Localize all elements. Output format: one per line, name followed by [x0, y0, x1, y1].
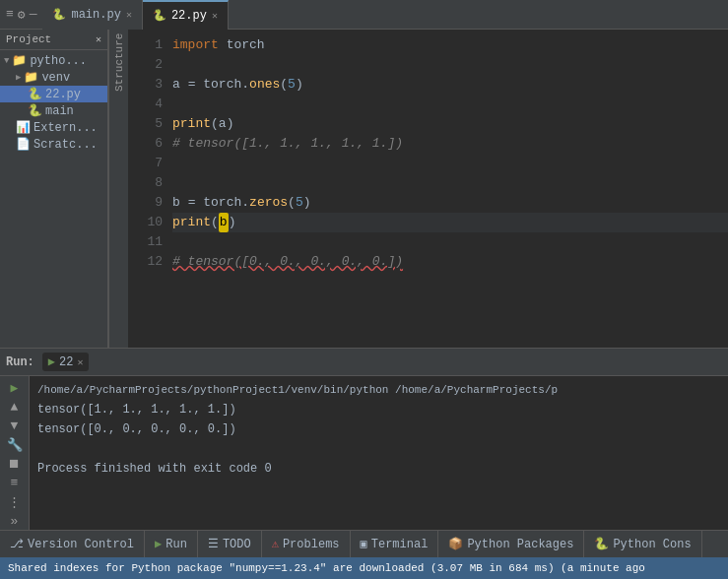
tab-22-close[interactable]: ✕	[212, 10, 218, 22]
tree-item-external[interactable]: 📊 Extern...	[0, 119, 107, 136]
arrow-icon-venv: ▶	[16, 72, 21, 83]
problems-icon: ⚠	[272, 537, 279, 551]
run-up-icon[interactable]: ▲	[5, 400, 25, 415]
paren-open-5: (	[211, 114, 219, 134]
tree-item-venv[interactable]: ▶ 📁 venv	[0, 69, 107, 86]
paren-close: )	[296, 75, 303, 95]
run-tab-close[interactable]: ✕	[77, 356, 83, 368]
project-close-icon[interactable]: ✕	[96, 33, 101, 45]
tree-item-pythor[interactable]: ▼ 📁 pytho...	[0, 52, 107, 69]
version-control-icon: ⎇	[10, 537, 24, 551]
bottom-toolbar: ⎇ Version Control ▶ Run ☰ TODO ⚠ Problem…	[0, 530, 728, 557]
run-list-icon[interactable]: ⋮	[5, 494, 25, 510]
run-icon-green: ▶	[48, 354, 55, 369]
op-eq: =	[188, 75, 196, 95]
tree-label: pytho...	[30, 54, 87, 68]
terminal-icon: ▣	[361, 537, 367, 551]
num-5-9: 5	[296, 193, 303, 213]
keyword-import: import	[172, 35, 219, 55]
line-numbers: 1 2 3 4 5 6 7 8 9 10 11 12	[128, 33, 172, 344]
run-icon-bottom: ▶	[155, 537, 162, 551]
code-lines: import torch a = torch.ones(5) print(a) …	[172, 33, 728, 344]
run-content: ▶ ▲ ▼ 🔧 ⏹ ≡ ⋮ » /home/a/PycharmProjects/…	[0, 376, 728, 530]
tab-main-py[interactable]: 🐍 main.py ✕	[42, 0, 142, 30]
tab-bar-icons: ≡ ⚙ —	[0, 7, 42, 23]
paren-close-10: )	[229, 213, 236, 232]
paren-open-10: (	[211, 213, 219, 232]
run-play-icon[interactable]: ▶	[5, 380, 25, 396]
bottom-tab-packages-label: Python Packages	[467, 538, 573, 551]
tab-main-label: main.py	[71, 8, 120, 22]
code-line-9: b = torch.zeros(5)	[172, 193, 728, 213]
project-header: Project ✕	[0, 30, 107, 50]
bottom-tab-vc-label: Version Control	[28, 538, 134, 551]
run-chevron-icon[interactable]: »	[5, 514, 25, 529]
num-5: 5	[288, 75, 296, 95]
structure-panel-label[interactable]: Structure	[108, 30, 128, 348]
tree-label-22py: 22.py	[45, 88, 81, 101]
project-panel: Project ✕ ▼ 📁 pytho... ▶ 📁 venv 🐍 22.py …	[0, 30, 108, 348]
status-bar: Shared indexes for Python package "numpy…	[0, 557, 728, 579]
code-line-6: # tensor([1., 1., 1., 1., 1.])	[172, 134, 728, 154]
tree-label-scratch: Scratc...	[33, 138, 98, 152]
tree-label-venv: venv	[41, 71, 70, 85]
module-torch: torch	[227, 35, 265, 55]
code-line-10: print(b)	[172, 213, 728, 232]
fn-ones: ones	[249, 75, 280, 95]
bottom-tab-run[interactable]: ▶ Run	[145, 531, 198, 558]
run-wrench-icon[interactable]: 🔧	[5, 437, 25, 453]
op-eq-9: =	[188, 193, 196, 213]
bottom-tab-problems[interactable]: ⚠ Problems	[262, 531, 351, 558]
paren-close-5: )	[227, 114, 234, 134]
code-line-2	[172, 55, 728, 75]
tab-main-close[interactable]: ✕	[126, 9, 132, 21]
menu-icon[interactable]: ≡	[6, 7, 14, 22]
bottom-tab-python-cons-label: Python Cons	[613, 538, 691, 551]
run-stop-icon[interactable]: ⏹	[5, 457, 25, 472]
run-output-line-3: Process finished with exit code 0	[37, 459, 720, 479]
run-sidebar: ▶ ▲ ▼ 🔧 ⏹ ≡ ⋮ »	[0, 376, 30, 530]
run-tab-22[interactable]: ▶ 22 ✕	[42, 353, 90, 371]
bottom-tab-packages[interactable]: 📦 Python Packages	[438, 531, 584, 558]
tree-item-main[interactable]: 🐍 main	[0, 102, 107, 119]
run-panel: Run: ▶ 22 ✕ ▶ ▲ ▼ 🔧 ⏹ ≡ ⋮ » /home/a/Pych…	[0, 348, 728, 530]
run-output-line-1: tensor([1., 1., 1., 1., 1.])	[37, 400, 720, 419]
run-output-line-2: tensor([0., 0., 0., 0., 0.])	[37, 419, 720, 439]
paren-close-9: )	[303, 193, 311, 213]
bottom-tab-terminal[interactable]: ▣ Terminal	[351, 531, 439, 558]
var-a-5: a	[219, 114, 227, 134]
run-output-blank	[37, 439, 720, 459]
bottom-tab-python-cons[interactable]: 🐍 Python Cons	[584, 531, 701, 558]
main-area: Project ✕ ▼ 📁 pytho... ▶ 📁 venv 🐍 22.py …	[0, 30, 728, 348]
run-lines-icon[interactable]: ≡	[5, 476, 25, 490]
tree-item-scratch[interactable]: 📄 Scratc...	[0, 136, 107, 153]
code-line-7	[172, 154, 728, 173]
tree-item-22py[interactable]: 🐍 22.py	[0, 86, 107, 102]
code-line-5: print(a)	[172, 114, 728, 134]
dot-9: .	[241, 193, 249, 213]
fn-print: print	[172, 114, 211, 134]
bottom-tab-version-control[interactable]: ⎇ Version Control	[0, 531, 145, 558]
run-output: /home/a/PycharmProjects/pythonProject1/v…	[30, 376, 728, 530]
arrow-icon: ▼	[4, 56, 9, 66]
dot: .	[241, 75, 249, 95]
code-line-12: # tensor([0., 0., 0., 0., 0.])	[172, 252, 728, 272]
tab-22-py[interactable]: 🐍 22.py ✕	[143, 0, 229, 30]
minimize-icon[interactable]: —	[30, 7, 37, 22]
code-line-4	[172, 95, 728, 114]
bottom-tab-todo[interactable]: ☰ TODO	[198, 531, 262, 558]
python-cons-icon: 🐍	[594, 537, 609, 551]
bottom-tab-todo-label: TODO	[223, 538, 251, 551]
code-line-3: a = torch.ones(5)	[172, 75, 728, 95]
py-file-icon-2: 🐍	[153, 9, 166, 22]
tree-label-main: main	[45, 104, 74, 118]
editor-area: 1 2 3 4 5 6 7 8 9 10 11 12 import torch …	[128, 30, 728, 348]
packages-icon: 📦	[448, 537, 463, 551]
run-down-icon[interactable]: ▼	[5, 418, 25, 433]
project-label: Project	[6, 33, 51, 45]
tab-22-label: 22.py	[171, 9, 207, 23]
code-content[interactable]: 1 2 3 4 5 6 7 8 9 10 11 12 import torch …	[128, 30, 728, 348]
settings-icon[interactable]: ⚙	[18, 7, 26, 23]
tree-label-ext: Extern...	[33, 121, 98, 135]
tab-bar: ≡ ⚙ — 🐍 main.py ✕ 🐍 22.py ✕	[0, 0, 728, 30]
